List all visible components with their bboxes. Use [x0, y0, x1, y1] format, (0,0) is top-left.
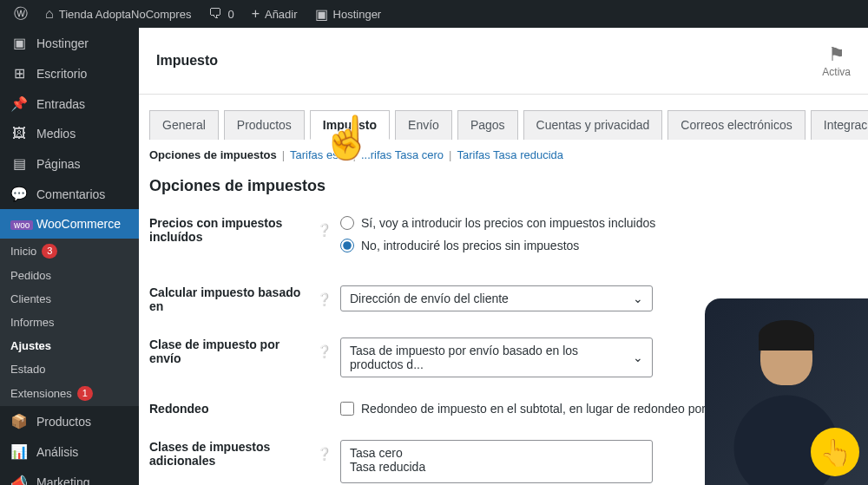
page-icon: ▤ — [10, 155, 28, 172]
sidebar-item-entradas[interactable]: 📌Entradas — [0, 88, 139, 119]
badge: 3 — [42, 244, 57, 259]
tab-cuentas-y-privacidad[interactable]: Cuentas y privacidad — [523, 110, 663, 140]
help-icon[interactable]: ❔ — [317, 344, 332, 358]
row-prices-include: Precios con impuestos incluídos❔ Sí, voy… — [149, 204, 858, 273]
home-icon: ⌂ — [45, 6, 54, 22]
site-link[interactable]: ⌂Tienda AdoptaNoCompres — [38, 0, 198, 28]
badge: 1 — [77, 386, 93, 401]
sidebar-item-hostinger[interactable]: ▣Hostinger — [0, 28, 139, 58]
sidebar-item-páginas[interactable]: ▤Páginas — [0, 148, 139, 179]
admin-sidebar: ▣Hostinger⊞Escritorio📌Entradas🖼Medios▤Pá… — [0, 28, 139, 485]
hostinger-icon: ▣ — [315, 6, 328, 23]
dashboard-icon: ⊞ — [10, 65, 28, 82]
submenu-informes[interactable]: Informes — [0, 311, 139, 334]
tab-envío[interactable]: Envío — [395, 110, 452, 140]
tab-general[interactable]: General — [149, 110, 219, 140]
marketing-icon: 📣 — [10, 474, 28, 485]
pin-icon: 📌 — [10, 95, 28, 112]
sidebar-item-label: Entradas — [36, 97, 85, 111]
site-name: Tienda AdoptaNoCompres — [59, 8, 192, 21]
subtab[interactable]: Opciones de impuestos — [149, 148, 277, 161]
select-shipping-class[interactable]: Tasa de impuesto por envío basado en los… — [340, 338, 653, 377]
sidebar-item-escritorio[interactable]: ⊞Escritorio — [0, 58, 139, 88]
add-new-link[interactable]: +Añadir — [245, 0, 305, 28]
tab-pagos[interactable]: Pagos — [457, 110, 518, 140]
radio-prices-no[interactable]: No, introduciré los precios sin impuesto… — [340, 239, 858, 252]
tab-impuesto[interactable]: Impuesto — [310, 110, 390, 140]
hostinger-label: Hostinger — [333, 8, 382, 21]
add-label: Añadir — [265, 8, 298, 21]
sidebar-item-productos[interactable]: 📦Productos — [0, 406, 139, 436]
label-shipping-class: Clase de impuesto por envío — [149, 338, 312, 365]
submenu-extensiones[interactable]: Extensiones1 — [0, 381, 139, 406]
sidebar-item-label: Marketing — [36, 475, 89, 486]
sidebar-item-análisis[interactable]: 📊Análisis — [0, 436, 139, 467]
woo-icon: woo — [10, 216, 28, 232]
label-prices-include: Precios con impuestos incluídos — [149, 216, 312, 244]
page-header: Impuesto ⚑ Activa — [139, 28, 868, 95]
hostinger-link[interactable]: ▣Hostinger — [308, 0, 389, 28]
textarea-additional-classes[interactable]: Tasa cero Tasa reducida — [340, 440, 653, 483]
chevron-down-icon: ⌄ — [633, 351, 643, 364]
plus-icon: + — [252, 6, 260, 22]
settings-tabs: GeneralProductosImpuestoEnvíoPagosCuenta… — [149, 110, 858, 140]
product-icon: 📦 — [10, 413, 28, 429]
hostinger-icon: ▣ — [10, 35, 28, 51]
comment-icon: 💬 — [10, 186, 28, 202]
sidebar-item-label: Páginas — [36, 157, 81, 171]
help-icon[interactable]: ❔ — [317, 292, 332, 306]
subtab[interactable]: ...rifas Tasa cero — [361, 148, 444, 161]
sidebar-item-comentarios[interactable]: 💬Comentarios — [0, 179, 139, 209]
sidebar-item-label: Escritorio — [36, 67, 87, 81]
sidebar-item-label: Hostinger — [36, 36, 89, 50]
activity-panel[interactable]: ⚑ Activa — [822, 43, 851, 78]
tab-productos[interactable]: Productos — [224, 110, 305, 140]
tax-subtabs: Opciones de impuestos|Tarifas es...|...r… — [149, 148, 858, 161]
wp-logo[interactable]: ⓦ — [7, 0, 35, 28]
sidebar-item-label: Medios — [36, 127, 76, 141]
wordpress-icon: ⓦ — [14, 5, 28, 23]
admin-topbar: ⓦ ⌂Tienda AdoptaNoCompres 🗨0 +Añadir ▣Ho… — [0, 0, 868, 28]
submenu-pedidos[interactable]: Pedidos — [0, 264, 139, 287]
sidebar-item-marketing[interactable]: 📣Marketing — [0, 467, 139, 485]
sidebar-item-woocommerce[interactable]: wooWooCommerce — [0, 209, 139, 239]
hand-badge-icon: 👆 — [811, 428, 859, 476]
sidebar-item-label: Análisis — [36, 445, 78, 459]
comments-link[interactable]: 🗨0 — [201, 0, 240, 28]
subtab[interactable]: Tarifas es... — [290, 148, 347, 161]
help-icon[interactable]: ❔ — [317, 223, 332, 237]
tab-integración[interactable]: Integración — [811, 110, 868, 140]
sidebar-item-label: Productos — [36, 415, 91, 429]
help-icon[interactable]: ❔ — [317, 447, 332, 461]
tab-correos-electrónicos[interactable]: Correos electrónicos — [667, 110, 805, 140]
woocommerce-submenu: Inicio3PedidosClientesInformesAjustesEst… — [0, 239, 139, 406]
comments-count: 0 — [227, 8, 233, 21]
label-calc-based: Calcular impuesto basado en — [149, 285, 312, 313]
section-title: Opciones de impuestos — [149, 177, 858, 195]
sidebar-item-medios[interactable]: 🖼Medios — [0, 119, 139, 148]
subtab[interactable]: Tarifas Tasa reducida — [457, 148, 563, 161]
label-additional-classes: Clases de impuestos adicionales — [149, 440, 312, 468]
comment-icon: 🗨 — [208, 6, 222, 22]
page-title: Impuesto — [156, 53, 218, 69]
submenu-inicio[interactable]: Inicio3 — [0, 239, 139, 264]
analytics-icon: 📊 — [10, 443, 28, 460]
media-icon: 🖼 — [10, 126, 28, 141]
chevron-down-icon: ⌄ — [633, 292, 643, 305]
sidebar-item-label: WooCommerce — [36, 217, 121, 231]
submenu-ajustes[interactable]: Ajustes — [0, 334, 139, 357]
flag-icon: ⚑ — [822, 43, 851, 66]
radio-prices-yes[interactable]: Sí, voy a introducir los precios con imp… — [340, 216, 858, 230]
submenu-clientes[interactable]: Clientes — [0, 287, 139, 311]
sidebar-item-label: Comentarios — [36, 187, 105, 201]
label-rounding: Redondeo — [149, 402, 208, 416]
submenu-estado[interactable]: Estado — [0, 357, 139, 381]
activity-label: Activa — [822, 66, 851, 78]
select-calc-based[interactable]: Dirección de envío del cliente⌄ — [340, 285, 653, 311]
